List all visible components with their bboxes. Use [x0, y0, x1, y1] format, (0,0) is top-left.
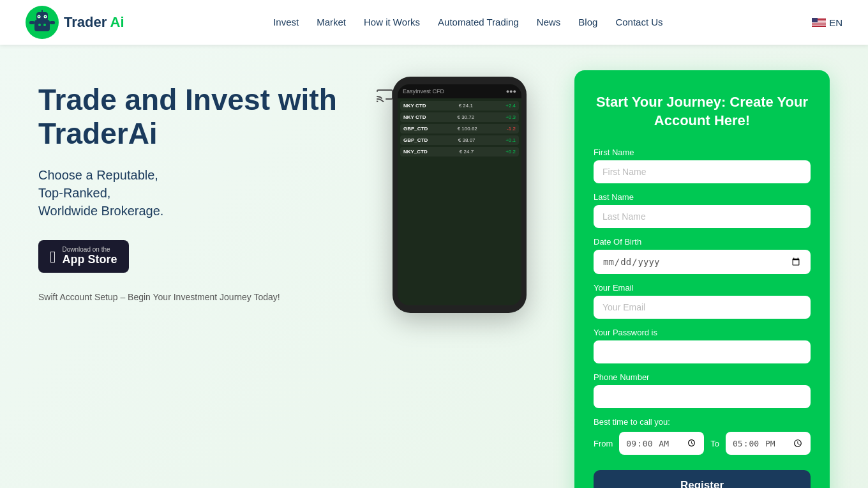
to-time-input[interactable]	[726, 432, 811, 455]
first-name-input[interactable]	[594, 160, 811, 183]
svg-point-8	[41, 8, 43, 10]
nav-market[interactable]: Market	[317, 17, 346, 27]
email-group: Your Email	[594, 283, 811, 319]
email-input[interactable]	[594, 296, 811, 319]
app-store-name-text: App Store	[63, 253, 117, 267]
logo-robot-icon	[26, 6, 59, 39]
hero-subtitle: Choose a Reputable, Top-Ranked, Worldwid…	[38, 166, 345, 220]
register-button[interactable]: Register	[594, 470, 811, 488]
svg-point-21	[377, 101, 378, 103]
best-time-label: Best time to call you:	[594, 417, 811, 427]
first-name-label: First Name	[594, 148, 811, 157]
nav-invest[interactable]: Invest	[273, 17, 299, 27]
last-name-label: Last Name	[594, 192, 811, 202]
logo-link[interactable]: Trader Ai	[26, 6, 124, 39]
table-row: NKY_CTD€ 24.7+0.2	[400, 147, 519, 156]
flag-icon	[812, 18, 826, 27]
dob-input[interactable]	[594, 250, 811, 274]
from-label: From	[594, 439, 613, 448]
nav-how-it-works[interactable]: How it Works	[364, 17, 420, 27]
svg-rect-19	[812, 25, 826, 26]
table-row: NKY CTD€ 30.72+0.3	[400, 112, 519, 122]
hero-title: Trade and Invest with TraderAi	[38, 83, 345, 151]
navbar: Trader Ai Invest Market How it Works Aut…	[0, 0, 868, 45]
svg-rect-17	[812, 22, 826, 23]
from-time-input[interactable]	[619, 432, 704, 455]
phone-screen: EasyInvest CFD ●●● NKY CTD€ 24.1+2.4 NKY…	[398, 84, 521, 305]
svg-rect-18	[812, 24, 826, 24]
cast-icon	[377, 89, 393, 106]
table-row: NKY CTD€ 24.1+2.4	[400, 101, 519, 111]
svg-rect-10	[50, 21, 55, 24]
svg-point-12	[43, 24, 46, 26]
app-store-pre-text: Download on the	[63, 247, 117, 253]
phone-mockup-area: EasyInvest CFD ●●● NKY CTD€ 24.1+2.4 NKY…	[370, 70, 549, 313]
table-row: GBP_CTD€ 38.07+0.1	[400, 135, 519, 145]
dob-label: Date Of Birth	[594, 237, 811, 247]
phone-input[interactable]	[594, 385, 811, 408]
best-time-section: Best time to call you: From To	[594, 417, 811, 455]
apple-icon: 	[50, 248, 56, 265]
phone-header: EasyInvest CFD ●●●	[398, 84, 521, 98]
hero-section: Trade and Invest with TraderAi Choose a …	[38, 70, 345, 304]
time-row: From To	[594, 432, 811, 455]
dob-group: Date Of Birth	[594, 237, 811, 274]
password-label: Your Password is	[594, 328, 811, 337]
lang-label: EN	[829, 17, 842, 28]
to-label: To	[710, 439, 719, 448]
password-input[interactable]	[594, 340, 811, 363]
main-content: Trade and Invest with TraderAi Choose a …	[0, 45, 868, 488]
table-row: GBP_CTD€ 100.62-1.2	[400, 124, 519, 133]
phone-label: Phone Number	[594, 372, 811, 382]
svg-point-11	[38, 24, 41, 26]
nav-contact-us[interactable]: Contact Us	[615, 17, 662, 27]
nav-news[interactable]: News	[537, 17, 561, 27]
svg-rect-1	[34, 20, 50, 31]
nav-automated-trading[interactable]: Automated Trading	[438, 17, 519, 27]
svg-point-6	[45, 16, 46, 17]
app-store-button[interactable]:  Download on the App Store	[38, 240, 129, 273]
registration-form-wrapper: Start Your Journey: Create Your Account …	[574, 70, 830, 488]
phone-mockup: EasyInvest CFD ●●● NKY CTD€ 24.1+2.4 NKY…	[393, 77, 527, 313]
nav-blog[interactable]: Blog	[578, 17, 597, 27]
svg-point-5	[38, 16, 40, 17]
swift-text: Swift Account Setup – Begin Your Investm…	[38, 291, 281, 304]
first-name-group: First Name	[594, 148, 811, 183]
last-name-input[interactable]	[594, 205, 811, 228]
password-group: Your Password is	[594, 328, 811, 363]
language-selector[interactable]: EN	[812, 17, 842, 28]
phone-stock-rows: NKY CTD€ 24.1+2.4 NKY CTD€ 30.72+0.3 GBP…	[398, 98, 521, 305]
logo-text: Trader Ai	[64, 14, 124, 31]
nav-links: Invest Market How it Works Automated Tra…	[273, 17, 662, 28]
last-name-group: Last Name	[594, 192, 811, 228]
svg-rect-20	[812, 18, 818, 22]
svg-rect-9	[29, 21, 34, 24]
form-title: Start Your Journey: Create Your Account …	[594, 93, 811, 130]
email-label: Your Email	[594, 283, 811, 293]
phone-group: Phone Number	[594, 372, 811, 408]
form-card: Start Your Journey: Create Your Account …	[574, 70, 830, 488]
